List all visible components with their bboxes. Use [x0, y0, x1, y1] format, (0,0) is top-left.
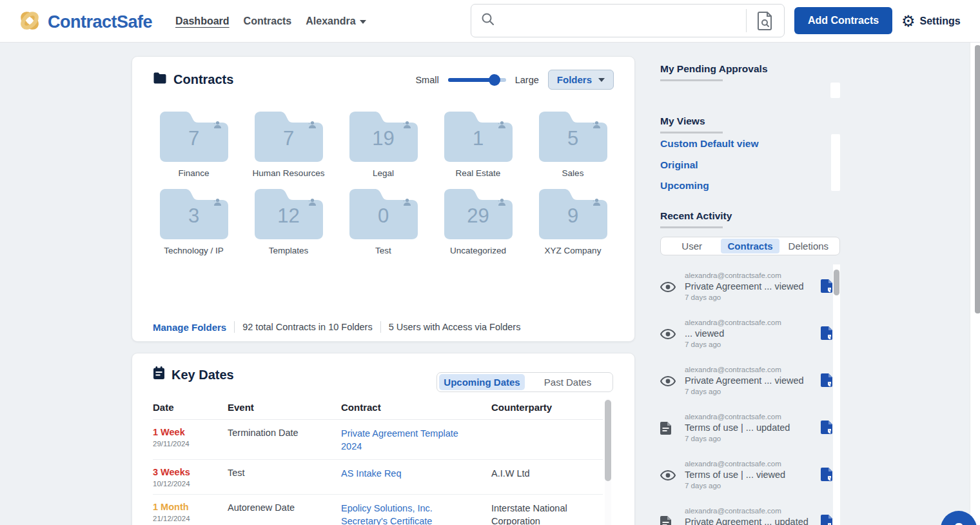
view-mode-dropdown[interactable]: Folders — [548, 70, 614, 90]
activity-scrollbar[interactable] — [833, 264, 840, 525]
pending-approvals-scroll-track[interactable] — [830, 83, 840, 98]
activity-item: alexandra@contractsafe.com ... viewed 7 … — [660, 314, 833, 353]
folder-tile[interactable]: ·· 9 XYZ Company — [525, 189, 620, 257]
folder-count: 29 — [444, 204, 513, 228]
folder-tile[interactable]: ·· 29 Uncategorized — [431, 189, 525, 257]
folder-users-icon: ·· — [403, 121, 409, 127]
manage-folders-link[interactable]: Manage Folders — [153, 322, 226, 333]
total-contracts-summary: 92 total Contracts in 10 Folders — [242, 322, 373, 332]
my-views-scroll-track[interactable] — [831, 134, 840, 191]
folder-tile[interactable]: ·· 0 Test — [336, 189, 431, 257]
settings-button[interactable]: ⚙ Settings — [901, 0, 961, 43]
folder-count: 0 — [349, 204, 418, 228]
recent-activity-title: Recent Activity — [660, 210, 732, 222]
folder-users-icon: ·· — [403, 198, 409, 204]
folder-name: Human Resources — [253, 168, 325, 180]
page-scrollbar[interactable] — [970, 43, 980, 525]
folder-tile[interactable]: ·· 7 Finance — [146, 112, 241, 180]
folder-tile[interactable]: ·· 7 Human Resources — [241, 112, 336, 180]
nav-contracts[interactable]: Contracts — [244, 15, 292, 27]
heading-underline — [660, 226, 723, 228]
open-contract-icon[interactable] — [814, 421, 833, 435]
activity-description: Terms of use | ... viewed — [685, 470, 814, 480]
open-contract-icon[interactable] — [814, 373, 833, 388]
open-contract-icon[interactable] — [814, 468, 833, 482]
tab-upcoming-dates[interactable]: Upcoming Dates — [439, 374, 525, 390]
scrollbar-thumb[interactable] — [834, 270, 839, 295]
heading-underline — [660, 79, 723, 81]
activity-user-email: alexandra@contractsafe.com — [685, 319, 814, 326]
activity-user-email: alexandra@contractsafe.com — [685, 460, 814, 468]
open-contract-icon[interactable] — [814, 326, 833, 341]
scrollbar-thumb[interactable] — [975, 45, 980, 313]
counterparty-name — [491, 427, 603, 453]
table-row: 1 Week 29/11/2024 Termination Date Priva… — [153, 420, 603, 460]
folder-tile[interactable]: ·· 12 Templates — [241, 189, 336, 257]
table-row: 3 Weeks 10/12/2024 Test AS Intake Req A.… — [153, 460, 603, 495]
viewed-eye-icon — [660, 328, 685, 339]
folder-size-slider[interactable] — [448, 74, 506, 86]
key-dates-table: Date Event Contract Counterparty 1 Week … — [153, 402, 603, 525]
add-contracts-button[interactable]: Add Contracts — [794, 7, 892, 34]
key-dates-scrollbar[interactable] — [605, 399, 611, 525]
activity-item: alexandra@contractsafe.com Private Agree… — [660, 361, 833, 400]
tab-contracts[interactable]: Contracts — [721, 239, 779, 253]
folder-name: Test — [375, 245, 391, 257]
view-link-custom-default[interactable]: Custom Default view — [660, 138, 758, 150]
top-navigation-bar: ContractSafe Dashboard Contracts Alexand… — [0, 0, 980, 43]
document-search-icon[interactable] — [747, 5, 784, 37]
open-contract-icon[interactable] — [814, 279, 833, 293]
settings-label: Settings — [920, 15, 961, 27]
folder-count: 12 — [255, 204, 323, 228]
brand-logo[interactable]: ContractSafe — [17, 6, 152, 37]
folder-count: 9 — [539, 204, 607, 228]
nav-dashboard[interactable]: Dashboard — [175, 15, 230, 27]
contract-link[interactable]: AS Intake Req — [341, 467, 491, 488]
activity-description: Terms of use | ... updated — [685, 422, 814, 433]
open-contract-icon[interactable] — [814, 515, 833, 525]
pending-approvals-title: My Pending Approvals — [660, 63, 768, 75]
key-dates-title: Key Dates — [153, 366, 234, 383]
view-link-upcoming[interactable]: Upcoming — [660, 180, 709, 192]
contract-link[interactable]: Epolicy Solutions, Inc. Secretary's Cert… — [341, 502, 491, 525]
nav-user-menu[interactable]: Alexandra — [306, 15, 366, 27]
gear-icon: ⚙ — [901, 14, 916, 29]
counterparty-name: A.I.W Ltd — [491, 467, 603, 488]
primary-nav: Dashboard Contracts Alexandra — [175, 0, 366, 43]
activity-item: alexandra@contractsafe.com Private Agree… — [660, 267, 833, 306]
heading-underline — [660, 132, 723, 134]
event-type: Autorenew Date — [228, 502, 341, 525]
activity-user-email: alexandra@contractsafe.com — [685, 272, 814, 279]
activity-description: ... viewed — [685, 328, 814, 339]
viewed-eye-icon — [660, 375, 685, 386]
tab-past-dates[interactable]: Past Dates — [525, 374, 611, 390]
col-counterparty: Counterparty — [491, 402, 603, 413]
due-date: 29/11/2024 — [153, 440, 228, 448]
brand-name: ContractSafe — [48, 12, 152, 32]
folder-name: Technology / IP — [164, 245, 223, 257]
activity-item: alexandra@contractsafe.com Terms of use … — [660, 408, 833, 447]
activity-timestamp: 7 days ago — [685, 293, 814, 301]
folder-tile[interactable]: ·· 3 Technology / IP — [146, 189, 241, 257]
folder-count: 7 — [160, 127, 228, 150]
folder-name: Templates — [269, 245, 309, 257]
scrollbar-thumb[interactable] — [605, 400, 611, 481]
viewed-eye-icon — [660, 469, 685, 480]
folder-tile[interactable]: ·· 5 Sales — [525, 112, 620, 180]
my-views-title: My Views — [660, 115, 723, 127]
slider-thumb[interactable] — [489, 74, 500, 86]
folder-icon — [153, 72, 167, 87]
folder-grid: ·· 7 Finance ·· — [146, 112, 621, 266]
activity-timestamp: 7 days ago — [685, 435, 814, 442]
contracts-panel-title: Contracts — [153, 72, 233, 87]
event-type: Test — [228, 467, 341, 488]
tab-deletions[interactable]: Deletions — [779, 239, 838, 253]
view-link-original[interactable]: Original — [660, 159, 698, 171]
folder-tile[interactable]: ·· 1 Real Estate — [431, 112, 525, 180]
folder-tile[interactable]: ·· 19 Legal — [336, 112, 431, 180]
folder-count: 7 — [255, 127, 323, 150]
contract-link[interactable]: Private Agreement Template 2024 — [341, 427, 491, 453]
tab-user[interactable]: User — [663, 239, 721, 253]
search-input[interactable] — [495, 5, 746, 37]
contracts-panel: Contracts Small Large Folders — [132, 56, 635, 342]
